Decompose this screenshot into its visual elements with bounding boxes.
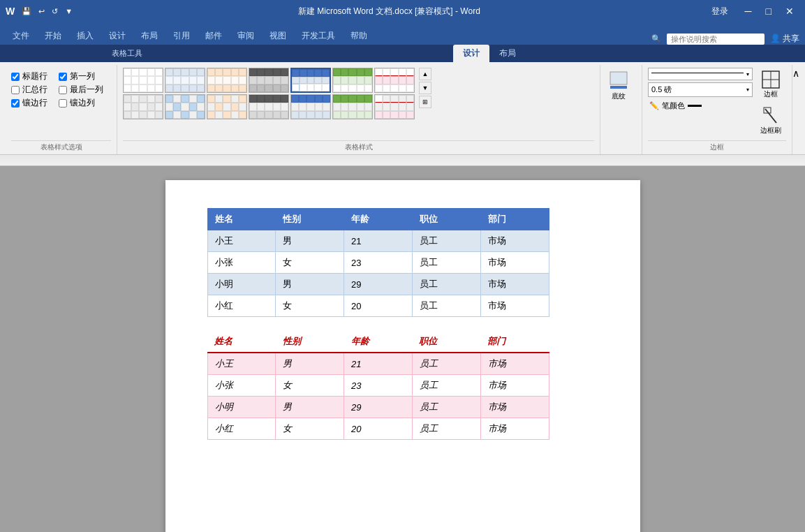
style-selected-blue[interactable] — [290, 68, 331, 93]
th-position-2: 职位 — [412, 331, 480, 353]
pen-color-button[interactable]: ✏️ 笔颜色 — [648, 99, 703, 112]
scroll-up-button[interactable]: ▲ — [419, 68, 431, 80]
border-button[interactable]: 边框 — [756, 68, 785, 101]
pen-color-indicator — [688, 105, 702, 107]
cb-banded-rows-input[interactable] — [11, 99, 20, 108]
style-r2-3[interactable] — [207, 94, 247, 119]
table-row: 小王 男 21 员工 市场 — [207, 230, 549, 252]
border-icon — [761, 70, 781, 89]
cell-age: 20 — [344, 295, 413, 317]
layout-tab[interactable]: 布局 — [134, 27, 165, 45]
close-button[interactable]: ✕ — [780, 3, 799, 20]
home-tab[interactable]: 开始 — [38, 27, 68, 45]
style-red[interactable] — [374, 68, 415, 93]
developer-tab[interactable]: 开发工具 — [295, 27, 342, 45]
minimize-button[interactable]: ─ — [739, 3, 758, 20]
table-header-row-2: 姓名 性别 年龄 职位 部门 — [207, 331, 549, 353]
cell-gender: 男 — [276, 397, 344, 418]
cell-dept: 市场 — [480, 230, 549, 252]
style-r2-6[interactable] — [332, 94, 373, 119]
styles-content: ▲ ▼ ⊞ — [123, 65, 431, 140]
cb-header-row-input[interactable] — [11, 73, 20, 81]
group-label-styles: 表格样式 — [123, 140, 594, 154]
style-r2-7[interactable] — [374, 94, 415, 119]
style-dark[interactable] — [249, 68, 289, 93]
cb-first-col[interactable]: 第一列 — [59, 71, 103, 82]
title-bar: W 💾 ↩ ↺ ▼ 新建 Microsoft Word 文档.docx [兼容模… — [0, 0, 805, 22]
th-age-2: 年龄 — [344, 331, 413, 353]
ribbon-collapse-area: ∧ — [792, 65, 799, 154]
style-r2-5[interactable] — [290, 94, 331, 119]
cb-first-col-input[interactable] — [59, 73, 67, 81]
insert-tab[interactable]: 插入 — [70, 27, 101, 45]
swatches-container — [123, 68, 415, 119]
cb-total-row-input[interactable] — [11, 86, 20, 94]
cell-age: 20 — [344, 418, 413, 440]
tab-table-layout[interactable]: 布局 — [489, 45, 526, 62]
border-style-dropdown[interactable]: ▾ — [648, 68, 753, 80]
cb-banded-cols-input[interactable] — [59, 99, 67, 108]
help-tab[interactable]: 帮助 — [344, 27, 374, 45]
th-gender-2: 性别 — [276, 331, 344, 353]
file-tab[interactable]: 文件 — [6, 27, 36, 45]
cell-dept: 市场 — [480, 397, 549, 418]
style-r2-1[interactable] — [123, 94, 163, 119]
border-brush-button[interactable]: 边框刷 — [755, 104, 786, 138]
tab-table-design[interactable]: 设计 — [453, 45, 489, 62]
th-gender-1: 性别 — [276, 209, 344, 230]
group-shading: 底纹 x — [600, 65, 642, 154]
cb-header-row[interactable]: 标题行 — [11, 71, 47, 82]
review-tab[interactable]: 审阅 — [230, 27, 261, 45]
cell-name: 小明 — [207, 397, 276, 418]
design-tab[interactable]: 设计 — [102, 27, 133, 45]
border-line-style-row: ▾ — [648, 68, 753, 80]
style-green[interactable] — [332, 68, 373, 93]
share-button[interactable]: 👤 共享 — [770, 33, 799, 45]
more-styles-button[interactable]: ⊞ — [419, 96, 431, 108]
th-dept-1: 部门 — [480, 209, 549, 230]
borders-content: ▾ 0.5 磅 ▾ ✏️ 笔颜色 — [648, 65, 786, 140]
references-tab[interactable]: 引用 — [166, 27, 197, 45]
operation-search[interactable] — [667, 34, 765, 45]
undo-btn[interactable]: ↩ — [36, 6, 47, 17]
table-row: 小张 女 23 员工 市场 — [207, 375, 549, 397]
login-button[interactable]: 登录 — [703, 3, 737, 20]
qa-dropdown[interactable]: ▼ — [62, 6, 75, 17]
line-preview — [651, 73, 744, 78]
cell-position: 员工 — [412, 418, 480, 440]
table-tools-label: 表格工具 — [112, 48, 142, 59]
document-page: 姓名 性别 年龄 职位 部门 小王 男 21 员工 市场 小张 女 — [165, 180, 640, 532]
cb-banded-cols[interactable]: 镶边列 — [59, 97, 103, 109]
mailings-tab[interactable]: 邮件 — [198, 27, 229, 45]
cb-banded-rows[interactable]: 镶边行 — [11, 97, 47, 109]
cell-gender: 男 — [276, 230, 344, 252]
group-borders: ▾ 0.5 磅 ▾ ✏️ 笔颜色 — [642, 65, 792, 154]
style-light-blue[interactable] — [165, 68, 205, 93]
cell-age: 29 — [344, 397, 413, 418]
group-table-styles: ▲ ▼ ⊞ 表格样式 — [117, 65, 600, 154]
maximize-button[interactable]: □ — [760, 3, 777, 20]
cell-age: 23 — [344, 375, 413, 397]
cell-gender: 男 — [276, 274, 344, 295]
view-tab[interactable]: 视图 — [263, 27, 293, 45]
cb-last-col-input[interactable] — [59, 86, 67, 94]
save-btn[interactable]: 💾 — [19, 6, 34, 17]
shading-button[interactable]: 底纹 — [606, 68, 631, 104]
cell-position: 员工 — [412, 375, 480, 397]
style-orange[interactable] — [207, 68, 247, 93]
table-red: 姓名 性别 年龄 职位 部门 小王 男 21 员工 市场 小张 女 — [207, 331, 549, 440]
border-weight-dropdown[interactable]: 0.5 磅 ▾ — [648, 82, 753, 97]
cb-total-row[interactable]: 汇总行 — [11, 84, 47, 96]
style-r2-4[interactable] — [249, 94, 289, 119]
cell-position: 员工 — [412, 353, 480, 375]
style-plain[interactable] — [123, 68, 163, 93]
ribbon-collapse-button[interactable]: ∧ — [792, 68, 799, 79]
cb-last-col[interactable]: 最后一列 — [59, 84, 103, 96]
scroll-down-button[interactable]: ▼ — [419, 82, 431, 94]
document-area[interactable]: 姓名 性别 年龄 职位 部门 小王 男 21 员工 市场 小张 女 — [0, 166, 805, 532]
style-r2-2[interactable] — [165, 94, 205, 119]
redo-btn[interactable]: ↺ — [49, 6, 61, 17]
style-scroll-buttons: ▲ ▼ ⊞ — [419, 68, 431, 108]
table-blue: 姓名 性别 年龄 职位 部门 小王 男 21 员工 市场 小张 女 — [207, 208, 549, 317]
swatches-row1 — [123, 68, 415, 93]
